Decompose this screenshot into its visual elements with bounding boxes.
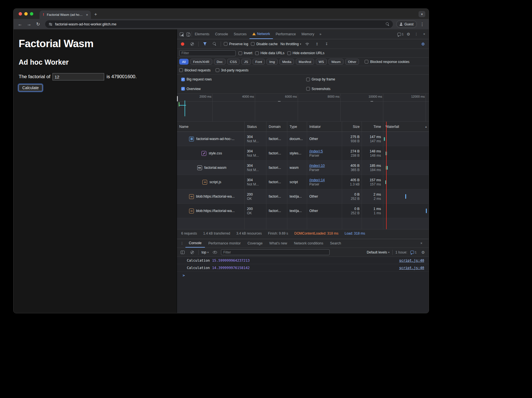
network-filter-input[interactable] [179,50,236,56]
filter-chip-css[interactable]: CSS [227,59,240,65]
filter-chip-img[interactable]: Img [266,59,278,65]
column-header-waterfall[interactable]: Waterfall ▲ [383,122,429,132]
factorial-input[interactable] [52,73,104,80]
tab-network[interactable]: Network [249,29,273,39]
console-issues-button[interactable]: 1 [410,249,417,256]
request-name[interactable]: script.js [209,180,221,184]
issues-label[interactable]: 1 Issue: [395,250,407,254]
issues-button[interactable]: 1 [397,31,404,38]
column-header-type[interactable]: Type [287,122,307,132]
filter-chip-font[interactable]: Font [253,59,265,65]
overview-checkbox[interactable]: Overview [181,87,201,91]
device-toolbar-button[interactable] [185,31,192,38]
url-bar[interactable]: factorial-wasm-ad-hoc-worker.glitch.me [45,20,393,28]
calculate-button[interactable]: Calculate [19,84,42,91]
clear-network-log-button[interactable] [189,41,196,47]
console-sidebar-button[interactable] [179,249,186,256]
table-row[interactable]: style.css 304Not M... factori... styles.… [177,146,429,161]
zoom-icon[interactable] [386,22,389,26]
filter-chip-other[interactable]: Other [345,59,359,65]
initiator-link[interactable]: (index):14 [309,178,342,182]
minimize-window-button[interactable] [24,12,28,16]
table-row[interactable]: <>blob:https://factorial-wa... 200OK fac… [177,204,429,218]
filter-chip-ws[interactable]: WS [316,59,327,65]
clear-console-button[interactable] [189,249,196,256]
column-header-initiator[interactable]: Initiator [307,122,342,132]
big-request-rows-checkbox[interactable]: Big request rows [181,77,212,81]
back-button[interactable]: ← [16,21,24,28]
console-prompt-row[interactable]: > [177,272,429,279]
throttling-dropdown[interactable]: No throttling▾ [281,42,301,46]
hide-extension-urls-checkbox[interactable]: Hide extension URLs [287,51,325,55]
invert-checkbox[interactable]: Invert [238,51,252,55]
close-window-button[interactable] [19,12,22,16]
import-har-button[interactable]: ↥ [314,41,320,47]
more-tabs-button[interactable]: » [317,31,324,38]
hide-data-urls-checkbox[interactable]: Hide data URLs [255,51,284,55]
url-text[interactable]: factorial-wasm-ad-hoc-worker.glitch.me [55,22,116,26]
tab-elements[interactable]: Elements [192,29,212,39]
column-header-size[interactable]: Size [342,122,362,132]
forward-button[interactable]: → [25,21,33,28]
filter-chip-doc[interactable]: Doc [214,59,226,65]
fullscreen-window-button[interactable] [30,12,33,16]
table-row[interactable]: <>script.js 304Not M... factori... scrip… [177,175,429,189]
filter-chip-all[interactable]: All [179,59,189,65]
devtools-close-button[interactable]: × [421,31,428,38]
browser-tab[interactable]: ! Factorial Wasm (ad hoc Worl × [40,10,91,19]
drawer-close-button[interactable]: × [418,240,425,247]
tab-performance[interactable]: Performance [273,29,299,39]
search-network-button[interactable] [211,41,218,47]
filter-chip-wasm[interactable]: Wasm [329,59,343,65]
drawer-tab-whats-new[interactable]: What's new [266,239,290,248]
devtools-settings-button[interactable]: ⚙ [405,31,412,38]
request-name[interactable]: factorial.wasm [204,165,227,170]
group-by-frame-checkbox[interactable]: Group by frame [306,77,335,81]
filter-chip-js[interactable]: JS [241,59,251,65]
tab-console[interactable]: Console [212,29,231,39]
table-row[interactable]: WAfactorial.wasm 304Not M... factori... … [177,161,429,175]
devtools-menu-button[interactable]: ⋮ [413,31,420,38]
request-name[interactable]: blob:https://factorial-wa... [196,209,235,213]
live-expression-button[interactable] [211,249,218,256]
console-filter-input[interactable] [221,249,330,255]
third-party-requests-checkbox[interactable]: 3rd-party requests [216,68,248,72]
new-tab-button[interactable]: + [94,12,97,17]
message-source-link[interactable]: script.js:40 [399,259,424,263]
request-name[interactable]: style.css [209,151,222,156]
console-settings-button[interactable]: ⚙ [420,249,426,256]
tab-close-icon[interactable]: × [85,13,89,17]
column-header-domain[interactable]: Domain [266,122,287,132]
network-overview-timeline[interactable]: 2000 ms 4000 ms 6000 ms 8000 ms 10000 ms… [177,93,429,122]
column-header-time[interactable]: Time [362,122,383,132]
filter-chip-manifest[interactable]: Manifest [296,59,314,65]
reload-button[interactable]: ↻ [34,21,42,28]
tab-sources[interactable]: Sources [231,29,249,39]
drawer-menu-button[interactable]: ⋮ [179,240,185,247]
tab-memory[interactable]: Memory [299,29,317,39]
profile-button[interactable]: Guest [396,20,417,28]
drawer-tab-coverage[interactable]: Coverage [244,239,266,248]
log-levels-dropdown[interactable]: Default levels▾ [367,250,389,254]
initiator-link[interactable]: (index):5 [309,149,342,154]
console-prompt-icon[interactable]: > [183,273,185,277]
column-header-name[interactable]: Name [177,122,245,132]
filter-chip-media[interactable]: Media [279,59,294,65]
browser-menu-button[interactable]: ⋮ [419,21,426,28]
network-settings-button[interactable]: ⚙ [420,41,426,47]
drawer-tab-console[interactable]: Console [185,239,205,248]
tab-search-button[interactable]: ▾ [419,11,425,17]
site-settings-icon[interactable] [49,23,52,26]
record-network-log-button[interactable] [179,41,186,47]
request-name[interactable]: blob:https://factorial-wa... [196,194,235,199]
javascript-context-dropdown[interactable]: top▾ [202,250,209,254]
filter-chip-fetch-xhr[interactable]: Fetch/XHR [190,59,212,65]
overview-drag-handle[interactable] [177,96,178,102]
drawer-tab-performance-monitor[interactable]: Performance monitor [205,239,244,248]
blocked-requests-checkbox[interactable]: Blocked requests [179,68,211,72]
table-row[interactable]: <>blob:https://factorial-wa... 200OK fac… [177,189,429,204]
request-name[interactable]: factorial-wasm-ad-hoc-... [196,137,234,141]
drawer-tab-search[interactable]: Search [327,239,344,248]
initiator-link[interactable]: (index):10 [309,163,342,168]
inspect-element-button[interactable] [178,31,185,38]
